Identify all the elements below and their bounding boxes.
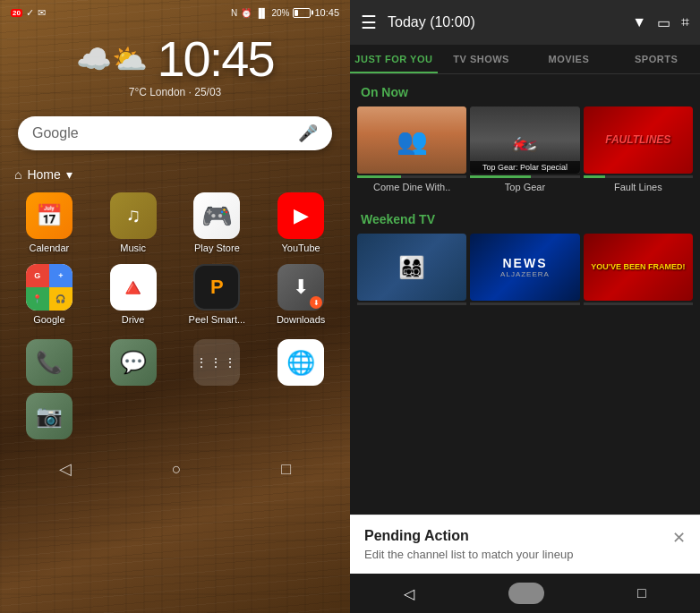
nav-bar-left: ◁ ○ □ [0, 450, 350, 488]
fault-lines-overlay-text: FAULTLINES [605, 133, 670, 146]
pending-action-desc: Edit the channel list to match your line… [364, 548, 573, 561]
battery-percent: 20% [271, 8, 289, 18]
weather-info: 7°C London · 25/03 [0, 86, 350, 98]
google-search-bar[interactable]: Google 🎤 [18, 116, 332, 150]
top-gear-thumbnail: Top Gear: Polar Special [470, 106, 579, 174]
show-group-people[interactable]: 👨‍👩‍👧‍👦 [357, 234, 466, 305]
news-text: NEWS [502, 256, 547, 270]
clock-display: 10:45 [157, 34, 273, 84]
pending-action-banner: Pending Action Edit the channel list to … [350, 515, 700, 574]
weekend-tv-grid: 👨‍👩‍👧‍👦 NEWS ALJAZEERA [350, 234, 700, 312]
top-gear-title: Top Gear [470, 178, 579, 194]
close-button[interactable]: ✕ [672, 528, 686, 548]
notification-badge: 20 [11, 9, 22, 17]
weather-clock: ☁️⛅ 10:45 7°C London · 25/03 [0, 25, 350, 103]
on-now-grid: Come Dine With.. Top Gear: Polar Special… [350, 106, 700, 201]
framed-thumbnail: YOU'VE BEEN FRAMED! [584, 234, 693, 301]
show-fault-lines[interactable]: FAULTLINES Fault Lines [584, 106, 693, 194]
top-gear-overlay: Top Gear: Polar Special [470, 161, 579, 174]
recents-button-right[interactable]: □ [637, 585, 646, 601]
search-text: Google [32, 125, 298, 141]
header-title: Today (10:00) [388, 14, 621, 30]
home-folder-label[interactable]: ⌂ Home ▾ [0, 164, 350, 185]
drive-label: Drive [122, 314, 145, 325]
come-dine-thumbnail [357, 106, 466, 174]
framed-text: YOU'VE BEEN FRAMED! [591, 262, 685, 272]
dock-camera[interactable]: 📷 [11, 393, 88, 439]
music-label: Music [120, 243, 146, 253]
dock-messages[interactable]: 💬 [95, 339, 172, 386]
recents-button-left[interactable]: □ [281, 460, 291, 479]
playstore-icon: 🎮 [193, 192, 240, 239]
show-top-gear[interactable]: Top Gear: Polar Special Top Gear [470, 106, 579, 194]
app-drive[interactable]: 🔺 Drive [95, 264, 172, 325]
app-downloads[interactable]: ⬇ ⬇ Downloads [262, 264, 339, 325]
nav-bar-right: ◁ □ [350, 574, 700, 613]
clock-status: 10:45 [314, 7, 339, 18]
screen-icon[interactable]: ▭ [657, 14, 670, 31]
alarm-icon: ⏰ [241, 8, 252, 18]
mic-icon[interactable]: 🎤 [298, 123, 318, 143]
back-button-right[interactable]: ◁ [404, 585, 414, 602]
playstore-label: Play Store [194, 243, 240, 253]
downloads-label: Downloads [277, 314, 325, 325]
notification-icons: 20 ✓ ✉ [11, 7, 46, 19]
pending-action-content: Pending Action Edit the channel list to … [364, 528, 573, 561]
status-bar-left: 20 ✓ ✉ N ⏰ ▐▌ 20% 10:45 [0, 0, 350, 25]
phone-dock-icon: 📞 [26, 339, 73, 386]
home-button-left[interactable]: ○ [172, 460, 182, 479]
tab-tv-shows[interactable]: TV SHOWS [438, 45, 525, 73]
weekend-tv-header: Weekend TV [350, 201, 700, 234]
youtube-icon: ▶ [277, 192, 324, 239]
right-panel: ☰ Today (10:00) ▼ ▭ ⌗ JUST FOR YOU TV SH… [350, 0, 700, 613]
group-thumbnail: 👨‍👩‍👧‍👦 [357, 234, 466, 301]
message-icon: ✉ [38, 7, 46, 19]
app-youtube[interactable]: ▶ YouTube [262, 192, 339, 253]
tab-movies[interactable]: MOVIES [525, 45, 613, 73]
google-suite-icon: G + 📍 🎧 [26, 264, 73, 311]
app-google-suite[interactable]: G + 📍 🎧 Google [11, 264, 88, 325]
show-news[interactable]: NEWS ALJAZEERA [470, 234, 579, 305]
peel-icon: P [193, 264, 240, 311]
show-come-dine[interactable]: Come Dine With.. [357, 106, 466, 194]
music-icon: ♫ [110, 192, 157, 239]
tab-bar: JUST FOR YOU TV SHOWS MOVIES SPORTS [350, 45, 700, 74]
app-grid-row1: 📅 Calendar ♫ Music 🎮 Play Store ▶ YouTub… [0, 185, 350, 260]
signal-icon: ▐▌ [255, 8, 268, 18]
camera-dock-icon: 📷 [26, 393, 73, 439]
app-playstore[interactable]: 🎮 Play Store [179, 192, 256, 253]
dropdown-arrow-icon[interactable]: ▼ [632, 14, 646, 30]
home-pill-right[interactable] [508, 583, 544, 604]
news-progress [470, 302, 579, 305]
app-header: ☰ Today (10:00) ▼ ▭ ⌗ [350, 0, 700, 45]
hamburger-menu[interactable]: ☰ [361, 12, 377, 33]
content-area: On Now Come Dine With.. Top Gear: Polar … [350, 74, 700, 515]
on-now-header: On Now [350, 74, 700, 106]
youtube-label: YouTube [282, 243, 320, 253]
news-sub: ALJAZEERA [500, 270, 550, 278]
home-icon: ⌂ [14, 167, 21, 182]
messages-dock-icon: 💬 [110, 339, 157, 386]
calendar-icon: 📅 [26, 192, 73, 239]
calendar-label: Calendar [30, 243, 70, 253]
dock-chrome[interactable]: 🌐 [262, 339, 339, 386]
app-music[interactable]: ♫ Music [95, 192, 172, 253]
group-icon: 👨‍👩‍👧‍👦 [398, 255, 425, 280]
checkmark-icon: ✓ [26, 7, 34, 19]
group-show-progress [357, 302, 466, 305]
app-peel[interactable]: P Peel Smart... [179, 264, 256, 325]
dock-all-apps[interactable]: ⋮⋮⋮ [179, 339, 256, 386]
home-text: Home [27, 167, 60, 182]
framed-progress [584, 302, 693, 305]
pending-action-title: Pending Action [364, 528, 573, 544]
battery-icon [293, 8, 311, 18]
tab-sports[interactable]: SPORTS [612, 45, 700, 73]
news-thumbnail: NEWS ALJAZEERA [470, 234, 579, 301]
app-calendar[interactable]: 📅 Calendar [11, 192, 88, 253]
back-button-left[interactable]: ◁ [59, 459, 72, 479]
app-grid-row2: G + 📍 🎧 Google 🔺 Drive P Peel Smart... ⬇… [0, 260, 350, 328]
remote-icon[interactable]: ⌗ [681, 14, 689, 30]
dock-phone[interactable]: 📞 [11, 339, 88, 386]
tab-just-for-you[interactable]: JUST FOR YOU [350, 45, 438, 73]
show-framed[interactable]: YOU'VE BEEN FRAMED! [584, 234, 693, 305]
